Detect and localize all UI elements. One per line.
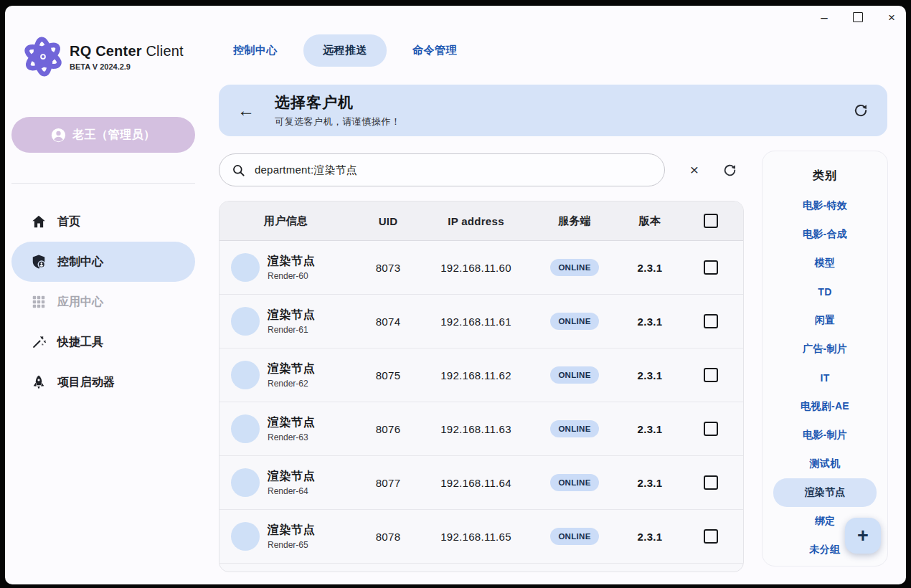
sidebar-item-label: 项目启动器 xyxy=(57,375,115,390)
category-panel-title: 类别 xyxy=(813,163,837,189)
client-uid: 8075 xyxy=(352,369,424,381)
tab-remote-push[interactable]: 远程推送 xyxy=(303,34,387,67)
client-ip: 192.168.11.62 xyxy=(424,369,528,381)
table-row[interactable]: 渲染节点 Render-62 8075 192.168.11.62 ONLINE… xyxy=(220,348,743,402)
client-name: 渲染节点 xyxy=(268,308,315,323)
client-uid: 8077 xyxy=(352,477,424,489)
client-ip: 192.168.11.64 xyxy=(424,477,528,489)
minimize-button[interactable]: – xyxy=(818,11,830,24)
client-hostname: Render-61 xyxy=(268,325,315,335)
close-button[interactable]: × xyxy=(886,11,897,24)
client-uid: 8076 xyxy=(352,423,424,435)
refresh-list-icon[interactable] xyxy=(717,153,742,186)
select-client-banner: ← 选择客户机 可复选客户机，请谨慎操作！ xyxy=(219,85,887,136)
back-arrow-icon[interactable]: ← xyxy=(237,102,255,119)
sidebar-item-project-launcher[interactable]: 项目启动器 xyxy=(11,362,195,402)
avatar xyxy=(231,307,260,336)
client-name: 渲染节点 xyxy=(268,469,315,484)
page-subtitle: 可复选客户机，请谨慎操作！ xyxy=(275,115,401,128)
page-title: 选择客户机 xyxy=(275,93,401,113)
app-logo-atom-icon xyxy=(21,34,65,79)
rocket-icon xyxy=(31,374,47,390)
client-version: 2.3.1 xyxy=(621,477,679,489)
search-input[interactable]: department:渲染节点 xyxy=(219,153,665,186)
client-name: 渲染节点 xyxy=(268,254,315,269)
client-hostname: Render-60 xyxy=(268,271,315,281)
client-hostname: Render-63 xyxy=(268,432,315,442)
table-row[interactable]: 渲染节点 Render-63 8076 192.168.11.63 ONLINE… xyxy=(220,402,743,456)
client-name: 渲染节点 xyxy=(268,361,315,376)
sidebar-item-label: 快捷工具 xyxy=(57,335,103,350)
status-badge: ONLINE xyxy=(550,313,598,330)
sidebar-item-label: 应用中心 xyxy=(57,295,103,310)
col-ip: IP address xyxy=(424,215,528,227)
category-item[interactable]: TD xyxy=(773,278,877,306)
status-badge: ONLINE xyxy=(550,366,598,384)
sidebar-item-quick-tools[interactable]: 快捷工具 xyxy=(11,322,195,362)
table-row[interactable]: 渲染节点 Render-65 8078 192.168.11.65 ONLINE… xyxy=(220,510,743,564)
client-table: 用户信息 UID IP address 服务端 版本 渲染节点 Render-6… xyxy=(219,201,744,572)
col-version: 版本 xyxy=(621,214,679,228)
category-item[interactable]: 电视剧-AE xyxy=(773,392,877,421)
user-name-label: 老王（管理员） xyxy=(72,128,156,143)
maximize-button[interactable] xyxy=(853,12,863,22)
col-server: 服务端 xyxy=(528,214,621,228)
refresh-icon[interactable] xyxy=(853,103,869,118)
col-user-info: 用户信息 xyxy=(220,214,352,228)
table-row[interactable]: 渲染节点 Render-61 8074 192.168.11.61 ONLINE… xyxy=(220,295,743,348)
sidebar-item-home[interactable]: 首页 xyxy=(11,201,195,242)
clear-search-icon[interactable]: × xyxy=(682,153,707,186)
category-item[interactable]: 测试机 xyxy=(773,450,877,478)
row-checkbox[interactable] xyxy=(704,260,718,275)
row-checkbox[interactable] xyxy=(704,475,718,490)
grid-icon xyxy=(31,294,47,310)
client-version: 2.3.1 xyxy=(621,423,679,435)
table-header-row: 用户信息 UID IP address 服务端 版本 xyxy=(220,201,743,241)
top-nav: 控制中心 远程推送 命令管理 xyxy=(233,34,457,66)
client-uid: 8073 xyxy=(352,262,424,274)
banner-text: 选择客户机 可复选客户机，请谨慎操作！ xyxy=(275,93,401,128)
avatar xyxy=(231,361,260,389)
category-item-active[interactable]: 渲染节点 xyxy=(773,478,877,507)
client-hostname: Render-65 xyxy=(268,540,315,550)
tab-command-management[interactable]: 命令管理 xyxy=(412,44,457,57)
category-item[interactable]: 模型 xyxy=(773,249,877,278)
client-version: 2.3.1 xyxy=(621,369,679,381)
col-uid: UID xyxy=(352,215,424,227)
brand-block: RQ Center Client BETA V 2024.2.9 xyxy=(70,43,184,71)
app-version: BETA V 2024.2.9 xyxy=(70,62,184,71)
category-item[interactable]: 广告-制片 xyxy=(773,335,877,364)
category-item[interactable]: 闲置 xyxy=(773,306,877,335)
client-ip: 192.168.11.61 xyxy=(424,316,528,328)
search-icon xyxy=(232,163,245,177)
avatar xyxy=(231,468,260,497)
row-checkbox[interactable] xyxy=(704,368,718,382)
client-uid: 8074 xyxy=(352,316,424,328)
category-item[interactable]: 电影-合成 xyxy=(773,220,877,249)
client-ip: 192.168.11.63 xyxy=(424,423,528,435)
client-version: 2.3.1 xyxy=(621,262,679,274)
row-checkbox[interactable] xyxy=(704,529,718,544)
category-item[interactable]: 电影-制片 xyxy=(773,421,877,450)
client-version: 2.3.1 xyxy=(621,316,679,328)
sidebar-menu: 首页 控制中心 应用中心 xyxy=(11,201,195,402)
sidebar-divider xyxy=(11,183,195,184)
table-row[interactable]: 渲染节点 Render-60 8073 192.168.11.60 ONLINE… xyxy=(220,241,743,295)
user-badge[interactable]: 老王（管理员） xyxy=(11,117,195,153)
category-panel: 类别 电影-特效 电影-合成 模型 TD 闲置 广告-制片 IT 电视剧-AE … xyxy=(762,151,888,566)
sidebar-item-control-center[interactable]: 控制中心 xyxy=(11,242,195,282)
row-checkbox[interactable] xyxy=(704,422,718,436)
category-item[interactable]: 电影-特效 xyxy=(773,191,877,220)
table-row[interactable]: 渲染节点 Render-64 8077 192.168.11.64 ONLINE… xyxy=(220,456,743,510)
client-name: 渲染节点 xyxy=(268,523,315,538)
client-version: 2.3.1 xyxy=(621,531,679,543)
avatar xyxy=(231,414,260,443)
tab-control-center[interactable]: 控制中心 xyxy=(233,44,278,57)
select-all-checkbox[interactable] xyxy=(704,214,718,228)
add-category-button[interactable]: + xyxy=(845,518,881,554)
status-badge: ONLINE xyxy=(550,528,598,545)
row-checkbox[interactable] xyxy=(704,314,718,328)
client-name: 渲染节点 xyxy=(268,415,315,430)
category-item[interactable]: IT xyxy=(773,364,877,392)
client-ip: 192.168.11.60 xyxy=(424,262,528,274)
